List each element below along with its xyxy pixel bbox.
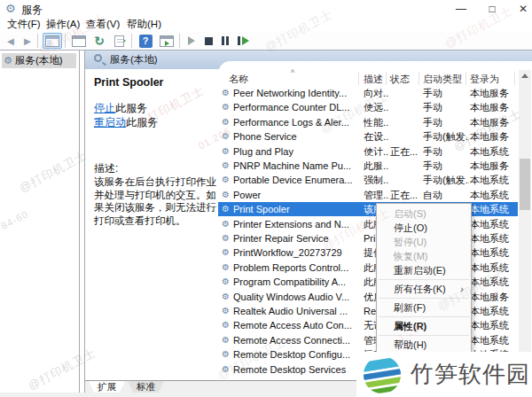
cell-startup-type: 手动 xyxy=(423,100,469,114)
service-row[interactable]: ⚙Portable Device Enumera...强制...手动(触发...… xyxy=(218,173,518,187)
description-text: 该服务在后台执行打印作业并处理与打印机的交互。如果关闭该服务，则无法进行打印或查… xyxy=(94,175,219,227)
context-menu-item[interactable]: 属性(R) xyxy=(377,319,471,333)
close-button[interactable]: ✕ xyxy=(510,1,532,17)
context-menu: 启动(S)停止(O)暂停(U)恢复(M)重新启动(E)所有任务(K)›刷新(F)… xyxy=(376,203,472,355)
tree-node-label: 服务(本地) xyxy=(15,54,63,67)
title-bar: ⚙ 服务 —□✕ xyxy=(0,0,532,18)
cell-description: 在设... xyxy=(364,129,389,144)
column-separator[interactable] xyxy=(514,72,515,85)
menu-help[interactable]: 帮助(H) xyxy=(127,18,161,31)
refresh-icon[interactable]: ↻ xyxy=(90,33,108,49)
service-row[interactable]: ⚙Remote Access Auto Con...无论...本地系统 xyxy=(218,318,518,332)
menu-bar: 文件(F)操作(A)查看(V)帮助(H) xyxy=(0,18,532,31)
forward-arrow-icon[interactable]: ► xyxy=(20,33,35,49)
service-row[interactable]: ⚙Printer Extensions and N...此服...本地系统 xyxy=(218,217,518,231)
context-menu-item[interactable]: 所有任务(K)› xyxy=(377,282,471,296)
cell-logon-as: 本地服务 xyxy=(470,86,516,100)
service-gear-icon: ⚙ xyxy=(222,159,230,173)
tab-extended[interactable]: 扩展 xyxy=(89,381,125,393)
service-row[interactable]: ⚙Remote Access Connecti...管理...本地系统 xyxy=(218,333,518,347)
cell-startup-type: 自动 xyxy=(423,188,469,202)
menu-action[interactable]: 操作(A) xyxy=(46,18,80,31)
service-row[interactable]: ⚙Performance Logs & Aler...性能...手动本地服务 xyxy=(218,115,518,129)
service-row[interactable]: ⚙Realtek Audio Universal ...Re...本地系统 xyxy=(218,304,518,318)
cell-status: 正在... xyxy=(390,144,422,159)
cell-name: Realtek Audio Universal ... xyxy=(233,304,361,318)
cell-logon-as: 本地系统 xyxy=(470,333,516,347)
tab-standard[interactable]: 标准 xyxy=(128,381,164,393)
service-row[interactable]: ⚙Phone Service在设...手动(触发...本地服务 xyxy=(218,129,518,144)
stop-service-line: 停止此服务 xyxy=(94,101,147,116)
column-header-0[interactable]: 名称 xyxy=(229,73,248,86)
cell-name: Problem Reports Control... xyxy=(233,261,361,275)
description-label: 描述: xyxy=(94,161,118,176)
cell-logon-as: 本地系统 xyxy=(470,188,516,202)
scrollbar-thumb[interactable] xyxy=(520,159,530,210)
stop-service-link[interactable]: 停止 xyxy=(94,102,115,114)
maximize-button[interactable]: □ xyxy=(479,1,505,17)
service-row[interactable]: ⚙Problem Reports Control...此服...本地系统 xyxy=(218,261,518,275)
service-gear-icon: ⚙ xyxy=(222,231,230,245)
column-header-4[interactable]: 登录为 xyxy=(470,73,499,86)
export-list-icon[interactable] xyxy=(111,33,129,49)
sort-ascending-icon: ^ xyxy=(291,68,294,77)
service-gear-icon: ⚙ xyxy=(222,173,230,187)
cell-logon-as: 本地系统 xyxy=(470,173,516,187)
service-row[interactable]: ⚙Program Compatibility A...此服...本地系统 xyxy=(218,275,518,289)
help-icon[interactable]: ? xyxy=(137,33,154,49)
column-separator[interactable] xyxy=(466,72,466,85)
context-menu-item[interactable]: 帮助(H) xyxy=(377,338,471,352)
minimize-button[interactable]: — xyxy=(448,1,474,17)
service-row[interactable]: ⚙Performance Counter DL...使远...手动本地服务 xyxy=(218,100,518,114)
properties-window-icon[interactable] xyxy=(70,33,88,49)
menu-separator xyxy=(379,279,469,280)
restart-service-link[interactable]: 重启动 xyxy=(94,116,126,128)
cell-name: Portable Device Enumera... xyxy=(233,173,361,187)
scroll-up-icon[interactable] xyxy=(521,74,528,78)
column-header-1[interactable]: 描述 xyxy=(364,73,383,86)
service-row[interactable]: ⚙PNRP Machine Name Pu...此服...手动本地服务 xyxy=(218,159,518,173)
show-console-tree-icon[interactable] xyxy=(43,33,62,49)
toolbar: ◄►↻? xyxy=(0,31,532,51)
service-row[interactable]: ⚙Peer Networking Identity...向对...手动本地服务 xyxy=(218,86,518,100)
service-row[interactable]: ⚙PrintWorkflow_20273729提供...本地系统 xyxy=(218,245,518,260)
show-action-pane-icon[interactable] xyxy=(157,33,176,49)
service-row[interactable]: ⚙Plug and Play使计...正在...手动本地系统 xyxy=(218,144,518,159)
menu-view[interactable]: 查看(V) xyxy=(86,18,120,31)
cell-description: 强制... xyxy=(364,173,389,187)
restart-service-icon[interactable] xyxy=(235,33,251,49)
service-row[interactable]: ⚙Printer Repair ServicePri...本地系统 xyxy=(218,231,518,245)
restart-service-suffix: 此服务 xyxy=(126,116,158,128)
service-gear-icon: ⚙ xyxy=(222,245,230,260)
column-separator[interactable] xyxy=(419,72,419,85)
context-menu-item[interactable]: 重新启动(E) xyxy=(377,263,471,277)
column-header-3[interactable]: 启动类型 xyxy=(423,73,462,86)
menu-file[interactable]: 文件(F) xyxy=(7,18,41,31)
stop-service-icon[interactable] xyxy=(201,33,215,49)
column-header-2[interactable]: 状态 xyxy=(390,73,410,86)
service-row[interactable]: ⚙Power管理...正在...自动本地系统 xyxy=(218,188,518,202)
service-gear-icon: ⚙ xyxy=(222,100,230,114)
tree-node-services-local[interactable]: ⚙ 服务(本地) xyxy=(2,53,76,68)
service-gear-icon: ⚙ xyxy=(222,217,230,231)
cell-logon-as: 本地服务 xyxy=(470,115,516,129)
cell-logon-as: 本地系统 xyxy=(470,304,516,318)
column-separator[interactable] xyxy=(358,72,359,85)
start-service-icon[interactable] xyxy=(184,33,199,49)
magnifier-gear-icon xyxy=(94,54,102,62)
pause-service-icon[interactable] xyxy=(218,33,232,49)
service-row[interactable]: ⚙Quality Windows Audio V...优质...本地服务 xyxy=(218,290,518,304)
cell-description: 使计... xyxy=(364,144,389,159)
service-gear-icon: ⚙ xyxy=(222,144,230,159)
back-arrow-icon[interactable]: ◄ xyxy=(4,33,18,49)
context-menu-item[interactable]: 刷新(F) xyxy=(377,300,471,315)
vertical-scrollbar[interactable] xyxy=(519,70,531,380)
cell-description: 使远... xyxy=(364,100,389,114)
column-separator[interactable] xyxy=(386,72,387,85)
cell-logon-as: 本地系统 xyxy=(470,318,516,332)
services-window: ⚙ 服务 —□✕ 文件(F)操作(A)查看(V)帮助(H) ◄►↻? ⚙ 服务(… xyxy=(0,0,532,397)
cell-logon-as: 本地系统 xyxy=(470,217,516,231)
context-menu-item[interactable]: 停止(O) xyxy=(377,221,471,235)
service-row[interactable]: ⚙Print Spooler该服...本地系统 xyxy=(218,202,518,216)
toolbar-separator xyxy=(131,34,132,48)
